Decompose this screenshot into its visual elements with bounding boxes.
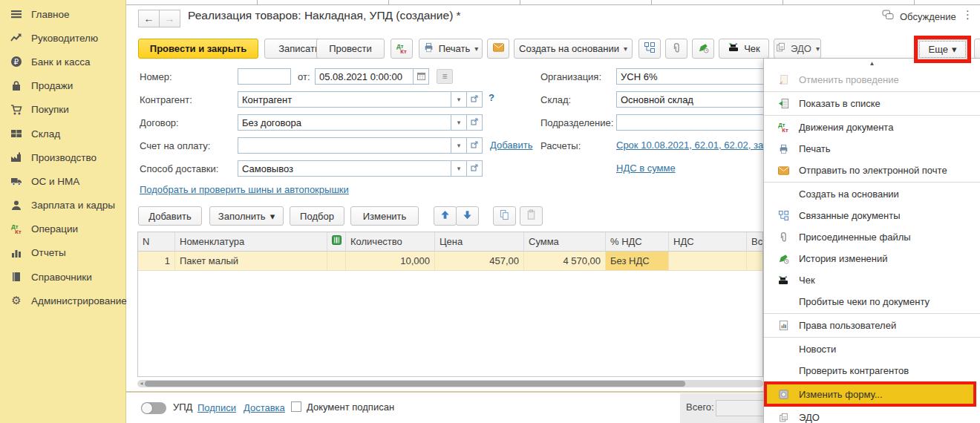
invoice-add-link[interactable]: Добавить (490, 138, 532, 153)
menu-item-edit-form[interactable]: Изменить форму... (764, 381, 976, 407)
cell-marker[interactable] (327, 252, 346, 270)
contractor-help-icon[interactable]: ? (489, 92, 494, 103)
menu-item-change-history[interactable]: История изменений (764, 248, 980, 269)
total-input[interactable] (716, 400, 765, 416)
table-fill-button[interactable]: Заполнить▾ (209, 206, 284, 226)
menu-item-send-email[interactable]: Отправить по электронной почте (764, 160, 980, 181)
invoice-dropdown-button[interactable]: ▾ (451, 137, 467, 154)
kebab-menu-icon[interactable]: ⋮ (962, 8, 973, 22)
sidebar-item-reports[interactable]: Отчеты (0, 241, 125, 265)
invoice-open-button[interactable] (467, 137, 483, 154)
menu-item-check-counterparties[interactable]: Проверить контрагентов (764, 360, 980, 381)
create-based-on-button[interactable]: Создать на основании ▾ (514, 39, 633, 59)
send-email-button[interactable] (487, 39, 509, 59)
number-input[interactable] (238, 68, 291, 85)
cell-quantity[interactable]: 10,000 (346, 252, 435, 270)
col-vat[interactable]: НДС (669, 232, 747, 251)
menu-item-news[interactable]: Новости (764, 338, 980, 360)
post-button[interactable]: Провести (316, 39, 385, 59)
more-button[interactable]: Еще ▾ (918, 39, 967, 59)
receipt-button[interactable]: Чек (719, 39, 769, 59)
cell-nomenclature[interactable]: Пакет малый (175, 252, 327, 270)
contractor-open-button[interactable] (467, 91, 483, 108)
cell-n[interactable]: 1 (138, 252, 175, 270)
document-movements-button[interactable]: ДтКт (391, 39, 413, 59)
sidebar-item-administration[interactable]: ⚙ Администрирование (0, 289, 125, 312)
menu-item-document-movements[interactable]: ДтКт Движения документа (764, 117, 980, 138)
move-down-button[interactable] (456, 206, 479, 226)
col-total[interactable]: Всего (747, 232, 763, 251)
number-settings-button[interactable]: ≡ (437, 69, 453, 84)
edo-button[interactable]: ЭДО ▾ (774, 39, 821, 59)
discussion-button[interactable]: Обсуждение (882, 10, 956, 23)
menu-item-attached-files[interactable]: Присоединенные файлы (764, 226, 980, 248)
sidebar-item-main[interactable]: Главное (0, 2, 125, 26)
sidebar-item-salary-hr[interactable]: Зарплата и кадры (0, 194, 125, 217)
menu-item-show-in-list[interactable]: Показать в списке (764, 93, 980, 114)
delivery-dropdown-button[interactable]: ▾ (451, 160, 467, 177)
post-and-close-button[interactable]: Провести и закрыть (138, 39, 258, 59)
col-sum[interactable]: Сумма (524, 232, 606, 251)
scrollbar-thumb[interactable] (145, 381, 685, 387)
table-add-button[interactable]: Добавить (138, 206, 202, 226)
date-input[interactable] (315, 68, 414, 85)
col-nomenclature[interactable]: Номенклатура (175, 232, 327, 251)
col-marker[interactable] (327, 232, 346, 251)
menu-item-print[interactable]: Печать (764, 138, 980, 160)
pick-tires-link[interactable]: Подобрать и проверить шины и автопокрышк… (140, 183, 349, 197)
sidebar-item-warehouse[interactable]: Склад (0, 122, 125, 145)
sidebar-item-directories[interactable]: Справочники (0, 265, 125, 289)
upd-toggle[interactable] (141, 402, 166, 414)
copy-rows-button[interactable] (493, 206, 516, 226)
sidebar-item-sales[interactable]: Продажи (0, 74, 125, 98)
table-pick-button[interactable]: Подбор (290, 206, 344, 226)
table-horizontal-scrollbar[interactable]: ◂ (137, 380, 763, 387)
sidebar-item-purchases[interactable]: Покупки (0, 98, 125, 122)
calendar-button[interactable] (414, 68, 429, 85)
menu-item-related-documents[interactable]: Связанные документы (764, 205, 980, 226)
paste-rows-button[interactable] (520, 206, 543, 226)
forward-button[interactable]: → (159, 10, 180, 27)
cell-vat[interactable] (669, 252, 747, 270)
delivery-method-input[interactable] (238, 160, 451, 177)
related-documents-button[interactable] (638, 39, 661, 59)
contract-input[interactable] (238, 114, 451, 131)
menu-item-user-rights[interactable]: Права пользователей (764, 315, 980, 336)
delivery-link[interactable]: Доставка (244, 401, 285, 416)
sidebar-item-production[interactable]: Производство (0, 145, 125, 169)
attached-files-button[interactable] (665, 39, 687, 59)
contractor-input[interactable] (238, 91, 451, 108)
change-history-button[interactable] (692, 39, 714, 59)
table-row[interactable]: 1 Пакет малый 10,000 457,00 4 570,00 Без… (138, 252, 763, 271)
sidebar-item-manager[interactable]: Руководителю (0, 26, 125, 50)
sidebar-item-fixed-assets[interactable]: ОС и НМА (0, 169, 125, 193)
vat-in-sum-link[interactable]: НДС в сумме (616, 161, 676, 176)
cell-price[interactable]: 457,00 (435, 252, 524, 270)
contract-open-button[interactable] (467, 114, 483, 131)
back-button[interactable]: ← (138, 10, 160, 27)
cell-sum[interactable]: 4 570,00 (524, 252, 606, 270)
print-button[interactable]: Печать ▾ (419, 39, 483, 59)
scrollbar-left-arrow[interactable]: ◂ (138, 380, 145, 387)
sidebar-item-operations[interactable]: ДтКт Операции (0, 217, 125, 241)
menu-item-receipt[interactable]: Чек (764, 269, 980, 291)
help-button[interactable]: ? (974, 39, 980, 59)
col-vat-percent[interactable]: % НДС (606, 232, 669, 251)
cell-vat-percent[interactable]: Без НДС (606, 252, 669, 270)
contract-dropdown-button[interactable]: ▾ (451, 114, 467, 131)
menu-item-cancel-posting[interactable]: Отменить проведение (764, 69, 980, 91)
col-price[interactable]: Цена (435, 232, 524, 251)
invoice-input[interactable] (238, 137, 451, 154)
move-up-button[interactable] (434, 206, 457, 226)
col-quantity[interactable]: Количество (346, 232, 435, 251)
settlements-link[interactable]: Срок 10.08.2021, 62.01, 62.02, зачет (616, 138, 763, 153)
menu-item-edo[interactable]: ЭДО (764, 407, 980, 423)
signatures-link[interactable]: Подписи (197, 401, 236, 416)
menu-item-punched-receipts[interactable]: Пробитые чеки по документу (764, 291, 980, 312)
table-edit-button[interactable]: Изменить (350, 206, 419, 226)
document-signed-checkbox[interactable] (291, 401, 301, 412)
cell-total[interactable] (747, 252, 763, 270)
sidebar-item-bank-cash[interactable]: ₽ Банк и касса (0, 50, 125, 73)
menu-item-create-based-on[interactable]: Создать на основании (764, 183, 980, 205)
contractor-dropdown-button[interactable]: ▾ (451, 91, 467, 108)
